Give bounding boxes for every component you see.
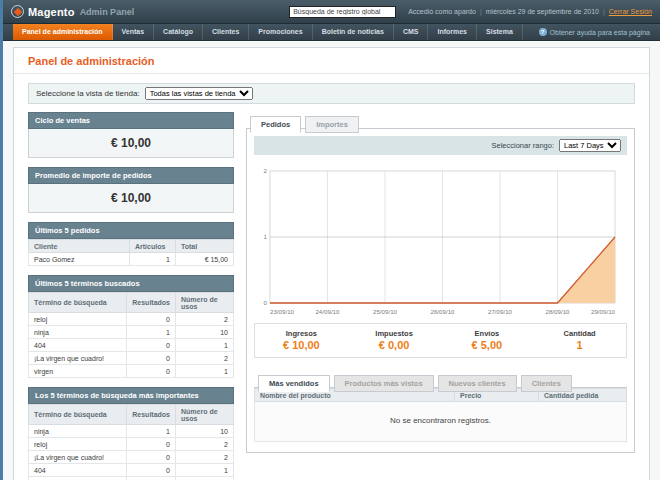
range-bar: Seleccionar rango: Last 7 Days: [254, 136, 627, 155]
main-menu-bar: Panel de administraciónVentasCatálogoCli…: [3, 24, 660, 41]
range-select[interactable]: Last 7 Days: [559, 139, 621, 152]
svg-text:0: 0: [264, 299, 268, 306]
bestsellers-table: Nombre del productoPrecioCantidad pedida…: [254, 388, 627, 442]
totals-bar: Ingresos € 10,00 Impuestos € 0,00 Envíos…: [254, 323, 627, 358]
tab-nuevos-clientes[interactable]: Nuevos clientes: [438, 375, 517, 392]
table-row: ¡La virgen que cuadro!02: [29, 451, 234, 464]
logo-title: Magento: [28, 6, 75, 18]
meta-separator: |: [603, 8, 605, 15]
table-cell: 2: [176, 313, 234, 326]
magento-logo-icon: [11, 5, 24, 18]
header-date: miércoles 29 de septiembre de 2010: [486, 8, 599, 15]
logout-link[interactable]: Cerrar Sesión: [609, 8, 652, 15]
table-row: reloj02: [29, 313, 234, 326]
empty-records-message: No se encontraron registros.: [255, 402, 627, 442]
orders-chart: 01223/09/1024/09/1025/09/1026/09/1027/09…: [254, 155, 627, 317]
table-cell: 2: [176, 451, 234, 464]
bestsellers-tabs: Más vendidosProductos más vistosNuevos c…: [254, 371, 627, 388]
nav-item-panel-de-administracion[interactable]: Panel de administración: [13, 24, 113, 40]
last-search-terms-table: Término de búsquedaResultadosNúmero de u…: [28, 292, 234, 378]
svg-text:24/09/10: 24/09/10: [315, 308, 340, 315]
table-cell: ¡La virgen que cuadro!: [29, 451, 127, 464]
table-cell: 404: [29, 339, 127, 352]
column-header-termino-de-busqueda: Término de búsqueda: [29, 405, 127, 425]
card-last-search-terms: Últimos 5 términos buscados Término de b…: [28, 275, 234, 378]
table-row: ninja110: [29, 425, 234, 438]
table-cell: virge: [29, 477, 127, 480]
table-cell: ninja: [29, 425, 127, 438]
dashboard-main: PedidosImportes Seleccionar rango: Last …: [246, 112, 635, 480]
table-cell: 0: [127, 438, 176, 451]
nav-item-ventas[interactable]: Ventas: [113, 24, 155, 40]
table-cell: 404: [29, 464, 127, 477]
card-lifetime-sales: Ciclo de ventas € 10,00: [28, 112, 234, 158]
card-last-orders: Últimos 5 pedidos ClienteArtículosTotal …: [28, 222, 234, 266]
table-row: reloj02: [29, 438, 234, 451]
tab-mas-vendidos[interactable]: Más vendidos: [258, 375, 330, 392]
tab-importes[interactable]: Importes: [305, 116, 359, 133]
tab-clientes[interactable]: Clientes: [521, 375, 572, 392]
orders-panel: Seleccionar rango: Last 7 Days 01223/09/…: [246, 129, 635, 453]
nav-item-informes[interactable]: Informes: [428, 24, 477, 40]
stat-label: Impuestos: [348, 329, 441, 338]
column-header-resultados: Resultados: [127, 405, 176, 425]
svg-text:28/09/10: 28/09/10: [545, 308, 570, 315]
svg-text:23/09/10: 23/09/10: [270, 308, 295, 315]
content-wrapper: Panel de administración Seleccione la vi…: [13, 47, 650, 480]
svg-text:26/09/10: 26/09/10: [430, 308, 455, 315]
table-cell: 2: [176, 438, 234, 451]
nav-item-cms[interactable]: CMS: [394, 24, 429, 40]
nav-item-catalogo[interactable]: Catálogo: [154, 24, 203, 40]
tab-productos-mas-vistos[interactable]: Productos más vistos: [334, 375, 434, 392]
chart-area: 01223/09/1024/09/1025/09/1026/09/1027/09…: [254, 165, 625, 317]
stat-label: Ingresos: [255, 329, 348, 338]
table-cell: 2: [176, 352, 234, 365]
help-label: Obtener ayuda para esta página: [550, 29, 650, 36]
svg-text:1: 1: [264, 233, 268, 240]
column-header-resultados: Resultados: [127, 293, 176, 313]
stat-envios: Envíos € 5,00: [441, 329, 534, 351]
table-cell: 1: [176, 464, 234, 477]
column-header-termino-de-busqueda: Término de búsqueda: [29, 293, 127, 313]
table-cell: 0: [127, 451, 176, 464]
table-row: 40401: [29, 464, 234, 477]
table-cell: 1: [127, 425, 176, 438]
table-cell: reloj: [29, 438, 127, 451]
svg-text:27/09/10: 27/09/10: [488, 308, 513, 315]
card-title: Últimos 5 términos buscados: [28, 275, 234, 292]
table-row: virge01: [29, 477, 234, 480]
svg-text:29/09/10: 29/09/10: [591, 308, 616, 315]
column-header-total: Total: [176, 240, 234, 253]
table-row: Paco Gomez1€ 15,00: [29, 253, 234, 266]
table-cell: 0: [127, 365, 176, 378]
stat-impuestos: Impuestos € 0,00: [348, 329, 441, 351]
store-view-bar: Seleccione la vista de tienda: Todas las…: [28, 83, 635, 104]
column-header-articulos: Artículos: [130, 240, 176, 253]
card-average-orders: Promedio de importe de pedidos € 10,00: [28, 167, 234, 213]
page-help-link[interactable]: ? Obtener ayuda para esta página: [539, 24, 650, 40]
column-header-cliente: Cliente: [29, 240, 130, 253]
store-view-label: Seleccione la vista de tienda:: [36, 89, 140, 98]
nav-item-boletin-de-noticias[interactable]: Boletín de noticias: [313, 24, 394, 40]
table-cell: 0: [127, 313, 176, 326]
last-orders-table: ClienteArtículosTotal Paco Gomez1€ 15,00: [28, 239, 234, 266]
global-search-input[interactable]: [289, 6, 396, 18]
table-cell: 0: [127, 339, 176, 352]
card-title: Últimos 5 pedidos: [28, 222, 234, 239]
average-orders-value: € 10,00: [28, 184, 234, 213]
stat-label: Cantidad: [533, 329, 626, 338]
store-view-select[interactable]: Todas las vistas de tienda: [145, 87, 253, 100]
dashboard-content: Ciclo de ventas € 10,00 Promedio de impo…: [14, 112, 649, 480]
stat-value: € 10,00: [255, 339, 348, 351]
table-cell: 0: [127, 477, 176, 480]
top-search-terms-table: Término de búsquedaResultadosNúmero de u…: [28, 404, 234, 480]
main-menu: Panel de administraciónVentasCatálogoCli…: [13, 24, 523, 40]
table-cell: 10: [176, 425, 234, 438]
nav-item-sistema[interactable]: Sistema: [477, 24, 523, 40]
table-cell: Paco Gomez: [29, 253, 130, 266]
nav-item-clientes[interactable]: Clientes: [203, 24, 249, 40]
range-label: Seleccionar rango:: [491, 141, 554, 150]
page-title: Panel de administración: [14, 48, 649, 74]
nav-item-promociones[interactable]: Promociones: [249, 24, 312, 40]
tab-pedidos[interactable]: Pedidos: [250, 116, 301, 133]
